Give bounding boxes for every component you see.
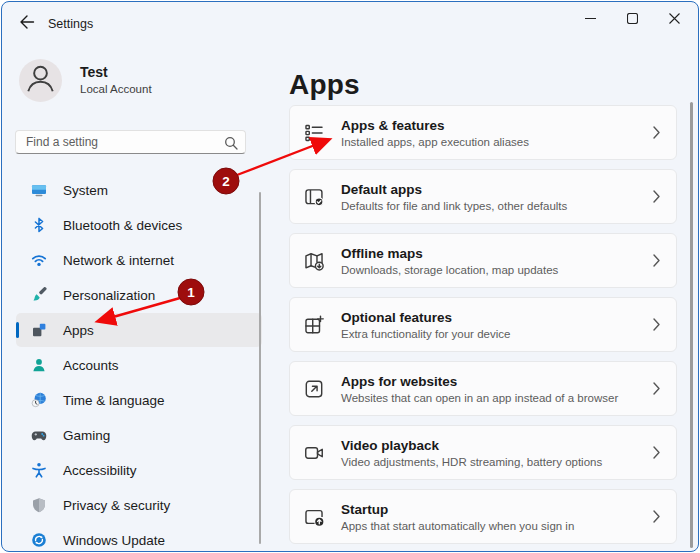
sidebar-item-label: Apps	[63, 323, 94, 338]
card-video-playback[interactable]: Video playbackVideo adjustments, HDR str…	[289, 425, 677, 480]
startup-icon	[303, 506, 325, 528]
sidebar-item-label: Windows Update	[63, 533, 165, 548]
card-subtitle: Extra functionality for your device	[341, 328, 653, 341]
card-subtitle: Installed apps, app execution aliases	[341, 136, 653, 149]
selected-accent-bar	[16, 322, 19, 338]
chevron-right-icon	[653, 382, 660, 395]
card-apps-for-websites[interactable]: Apps for websitesWebsites that can open …	[289, 361, 677, 416]
sidebar-item-label: Privacy & security	[63, 498, 170, 513]
minimize-button[interactable]	[569, 4, 611, 34]
avatar[interactable]	[19, 59, 62, 102]
search-box	[15, 130, 246, 154]
sidebar-nav: System Bluetooth & devices Network & int…	[16, 173, 262, 552]
maximize-icon	[627, 10, 638, 28]
card-title: Default apps	[341, 182, 422, 197]
close-button[interactable]	[653, 4, 695, 34]
card-title: Offline maps	[341, 246, 423, 261]
optional-features-icon	[303, 314, 325, 336]
card-subtitle: Defaults for file and link types, other …	[341, 200, 653, 213]
shield-icon	[31, 497, 47, 513]
sidebar-item-label: Network & internet	[63, 253, 174, 268]
wifi-icon	[31, 252, 47, 268]
chevron-right-icon	[653, 126, 660, 139]
back-button[interactable]	[12, 10, 42, 38]
default-apps-icon	[303, 186, 325, 208]
sidebar-item-accounts[interactable]: Accounts	[16, 348, 262, 382]
card-optional-features[interactable]: Optional featuresExtra functionality for…	[289, 297, 677, 352]
close-icon	[669, 10, 680, 28]
chevron-right-icon	[653, 318, 660, 331]
card-subtitle: Video adjustments, HDR streaming, batter…	[341, 456, 653, 469]
main-scrollbar[interactable]	[690, 102, 693, 548]
time-language-icon	[31, 392, 47, 408]
card-subtitle: Apps that start automatically when you s…	[341, 520, 653, 533]
accessibility-icon	[31, 462, 47, 478]
apps-icon	[31, 322, 47, 338]
card-startup[interactable]: StartupApps that start automatically whe…	[289, 489, 677, 544]
card-title: Video playback	[341, 438, 439, 453]
sidebar-item-privacy-security[interactable]: Privacy & security	[16, 488, 262, 522]
update-icon	[31, 532, 47, 548]
search-icon	[224, 136, 238, 154]
gamepad-icon	[31, 427, 47, 443]
sidebar-item-gaming[interactable]: Gaming	[16, 418, 262, 452]
back-arrow-icon	[19, 14, 35, 34]
video-playback-icon	[303, 442, 325, 464]
sidebar-item-label: Time & language	[63, 393, 165, 408]
card-title: Apps for websites	[341, 374, 457, 389]
chevron-right-icon	[653, 190, 660, 203]
bluetooth-icon	[31, 217, 47, 233]
apps-for-websites-icon	[303, 378, 325, 400]
card-apps-features[interactable]: Apps & featuresInstalled apps, app execu…	[289, 105, 677, 160]
sidebar-item-time-language[interactable]: Time & language	[16, 383, 262, 417]
person-icon	[19, 57, 62, 104]
titlebar: Settings	[2, 2, 698, 44]
minimize-icon	[585, 10, 596, 28]
settings-window: Settings Test Local Account Sy	[1, 1, 699, 552]
card-offline-maps[interactable]: Offline mapsDownloads, storage location,…	[289, 233, 677, 288]
card-title: Startup	[341, 502, 388, 517]
card-title: Optional features	[341, 310, 452, 325]
sidebar-item-label: System	[63, 183, 108, 198]
sidebar-item-label: Accessibility	[63, 463, 137, 478]
settings-card-list: Apps & featuresInstalled apps, app execu…	[289, 105, 677, 552]
system-icon	[31, 182, 47, 198]
sidebar-item-system[interactable]: System	[16, 173, 262, 207]
chevron-right-icon	[653, 254, 660, 267]
sidebar-item-label: Accounts	[63, 358, 119, 373]
offline-maps-icon	[303, 250, 325, 272]
sidebar-item-network-internet[interactable]: Network & internet	[16, 243, 262, 277]
sidebar-item-apps[interactable]: Apps	[16, 313, 262, 347]
sidebar-item-bluetooth-devices[interactable]: Bluetooth & devices	[16, 208, 262, 242]
sidebar-item-accessibility[interactable]: Accessibility	[16, 453, 262, 487]
sidebar-scrollbar[interactable]	[259, 192, 261, 544]
sidebar-item-windows-update[interactable]: Windows Update	[16, 523, 262, 552]
user-name: Test	[80, 64, 108, 80]
card-default-apps[interactable]: Default appsDefaults for file and link t…	[289, 169, 677, 224]
apps-features-icon	[303, 122, 325, 144]
chevron-right-icon	[653, 446, 660, 459]
paintbrush-icon	[31, 287, 47, 303]
sidebar-item-personalization[interactable]: Personalization	[16, 278, 262, 312]
card-title: Apps & features	[341, 118, 445, 133]
window-title: Settings	[48, 17, 93, 31]
window-controls	[569, 4, 695, 34]
card-subtitle: Websites that can open in an app instead…	[341, 392, 653, 405]
card-subtitle: Downloads, storage location, map updates	[341, 264, 653, 277]
maximize-button[interactable]	[611, 4, 653, 34]
sidebar-item-label: Gaming	[63, 428, 110, 443]
search-input[interactable]	[16, 131, 245, 153]
page-title: Apps	[289, 69, 360, 101]
chevron-right-icon	[653, 510, 660, 523]
sidebar-item-label: Bluetooth & devices	[63, 218, 182, 233]
accounts-icon	[31, 357, 47, 373]
sidebar-item-label: Personalization	[63, 288, 155, 303]
user-account-type: Local Account	[80, 83, 152, 95]
